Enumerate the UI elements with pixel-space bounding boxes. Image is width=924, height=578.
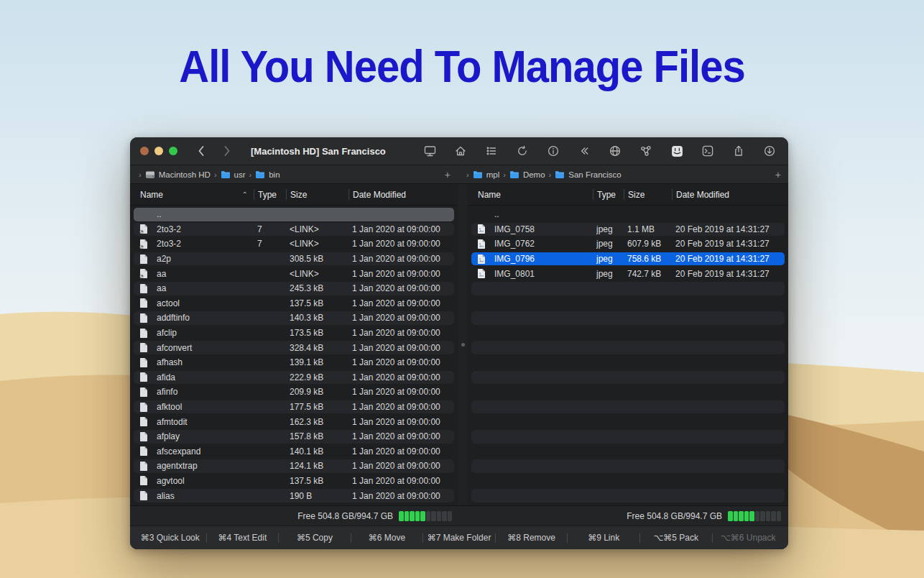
file-row[interactable]: aa<LINK>1 Jan 2020 at 09:00:00: [134, 267, 454, 280]
file-row[interactable]: a2p308.5 kB1 Jan 2020 at 09:00:00: [134, 252, 454, 266]
file-row[interactable]: actool137.5 kB1 Jan 2020 at 09:00:00: [134, 297, 454, 311]
refresh-icon[interactable]: [515, 144, 530, 158]
empty-row[interactable]: [471, 297, 785, 311]
file-row[interactable]: agentxtrap124.1 kB1 Jan 2020 at 09:00:00: [134, 459, 454, 473]
move-button[interactable]: ⌘6 Move: [351, 533, 423, 543]
remove-button[interactable]: ⌘8 Remove: [496, 533, 568, 543]
column-header-type[interactable]: Type: [254, 184, 286, 205]
cell-name: 2to3-2: [157, 239, 257, 249]
cell-date: 1 Jan 2020 at 09:00:00: [352, 476, 448, 486]
empty-row[interactable]: [471, 445, 785, 459]
quick-look-button[interactable]: ⌘3 Quick Look: [134, 533, 206, 543]
collapse-left-icon[interactable]: [577, 144, 591, 158]
make-folder-button[interactable]: ⌘7 Make Folder: [423, 533, 495, 543]
display-icon[interactable]: [422, 144, 437, 158]
link-button[interactable]: ⌘9 Link: [568, 533, 639, 543]
add-tab-button[interactable]: +: [775, 170, 781, 180]
file-row[interactable]: 2to3-27<LINK>1 Jan 2020 at 09:00:00: [134, 237, 454, 251]
breadcrumb-item[interactable]: Demo: [509, 170, 545, 179]
network-icon[interactable]: [639, 144, 653, 158]
empty-row[interactable]: [471, 311, 785, 325]
info-icon[interactable]: [546, 144, 560, 158]
download-icon[interactable]: [762, 144, 777, 158]
file-row[interactable]: afhash139.1 kB1 Jan 2020 at 09:00:00: [134, 356, 454, 370]
column-header-name[interactable]: Name ⌃: [139, 184, 254, 205]
file-row[interactable]: alias190 B1 Jan 2020 at 09:00:00: [134, 489, 454, 503]
cell-size: 328.4 kB: [290, 343, 352, 353]
file-row[interactable]: afktool177.5 kB1 Jan 2020 at 09:00:00: [134, 400, 454, 414]
file-row[interactable]: agvtool137.5 kB1 Jan 2020 at 09:00:00: [134, 474, 454, 488]
empty-row[interactable]: [471, 430, 785, 444]
empty-row[interactable]: [471, 400, 785, 414]
status-left: Free 504.8 GB/994.7 GB: [130, 511, 458, 521]
list-icon[interactable]: [484, 144, 499, 158]
globe-icon[interactable]: [608, 144, 622, 158]
file-row[interactable]: aa245.3 kB1 Jan 2020 at 09:00:00: [134, 282, 454, 295]
cell-type: jpeg: [596, 269, 627, 279]
copy-button[interactable]: ⌘5 Copy: [279, 533, 351, 543]
file-row[interactable]: IMG_0758jpeg1.1 MB20 Feb 2019 at 14:31:2…: [471, 223, 785, 237]
breadcrumb-chevron-icon[interactable]: ›: [466, 170, 469, 179]
file-row[interactable]: IMG_0801jpeg742.7 kB20 Feb 2019 at 14:31…: [471, 267, 785, 280]
empty-row[interactable]: [471, 282, 785, 295]
empty-row[interactable]: [471, 474, 785, 488]
parent-directory-row[interactable]: ..: [134, 208, 454, 221]
cell-date: 1 Jan 2020 at 09:00:00: [352, 343, 448, 353]
breadcrumb-item[interactable]: bin: [255, 170, 279, 179]
breadcrumb-item[interactable]: mpl: [473, 170, 500, 179]
column-header-date[interactable]: Date Modified: [348, 184, 448, 205]
file-row[interactable]: IMG_0796jpeg758.6 kB20 Feb 2019 at 14:31…: [471, 252, 785, 266]
share-icon[interactable]: [731, 144, 746, 158]
empty-row[interactable]: [471, 341, 785, 354]
close-button[interactable]: [140, 147, 149, 155]
zoom-button[interactable]: [169, 147, 177, 155]
home-icon[interactable]: [453, 144, 468, 158]
file-row[interactable]: addftinfo140.3 kB1 Jan 2020 at 09:00:00: [134, 311, 454, 325]
finder-icon[interactable]: [670, 144, 684, 158]
breadcrumb-chevron-icon[interactable]: ›: [139, 170, 142, 179]
column-header-type[interactable]: Type: [593, 184, 624, 205]
file-row[interactable]: afplay157.8 kB1 Jan 2020 at 09:00:00: [134, 430, 454, 444]
breadcrumb-separator: ›: [503, 170, 506, 179]
column-header-name[interactable]: Name: [477, 184, 593, 205]
file-icon: [139, 475, 157, 486]
column-header-date[interactable]: Date Modified: [672, 184, 779, 205]
disk-usage-segment: [734, 511, 739, 521]
file-row[interactable]: IMG_0762jpeg607.9 kB20 Feb 2019 at 14:31…: [471, 237, 785, 251]
empty-row[interactable]: [471, 385, 785, 399]
file-link-icon: [139, 268, 157, 279]
file-row[interactable]: 2to3-27<LINK>1 Jan 2020 at 09:00:00: [134, 223, 454, 237]
empty-row[interactable]: [471, 326, 785, 340]
empty-row[interactable]: [471, 356, 785, 370]
pack-button[interactable]: ⌥⌘5 Pack: [640, 533, 712, 543]
disk-usage-segment: [437, 511, 442, 521]
parent-directory-row[interactable]: ..: [471, 208, 785, 221]
file-row[interactable]: afida222.9 kB1 Jan 2020 at 09:00:00: [134, 371, 454, 385]
breadcrumb-item[interactable]: Macintosh HD: [145, 170, 211, 179]
empty-row[interactable]: [471, 415, 785, 428]
minimize-button[interactable]: [154, 147, 163, 155]
text-edit-button[interactable]: ⌘4 Text Edit: [207, 533, 279, 543]
breadcrumb-item[interactable]: usr: [221, 170, 246, 179]
back-button[interactable]: [198, 145, 205, 157]
file-row[interactable]: afmtodit162.3 kB1 Jan 2020 at 09:00:00: [134, 415, 454, 428]
forward-button[interactable]: [223, 145, 231, 157]
pane-divider[interactable]: [458, 184, 468, 505]
file-row[interactable]: afconvert328.4 kB1 Jan 2020 at 09:00:00: [134, 341, 454, 354]
file-manager-window: [Macintosh HD] San Francisco ›Macintosh …: [130, 137, 788, 549]
add-tab-button[interactable]: +: [445, 170, 451, 180]
column-header-size[interactable]: Size: [624, 184, 672, 205]
file-row[interactable]: afinfo209.9 kB1 Jan 2020 at 09:00:00: [134, 385, 454, 399]
empty-row[interactable]: [471, 489, 785, 503]
column-header-size[interactable]: Size: [286, 184, 348, 205]
empty-row[interactable]: [471, 371, 785, 385]
file-row[interactable]: afclip173.5 kB1 Jan 2020 at 09:00:00: [134, 326, 454, 340]
breadcrumb-item[interactable]: San Francisco: [555, 170, 622, 179]
terminal-icon[interactable]: [701, 144, 715, 158]
empty-row[interactable]: [471, 459, 785, 473]
cell-date: 1 Jan 2020 at 09:00:00: [352, 387, 448, 397]
cell-date: 20 Feb 2019 at 14:31:27: [675, 239, 779, 249]
unpack-button[interactable]: ⌥⌘6 Unpack: [713, 533, 785, 543]
file-row[interactable]: afscexpand140.1 kB1 Jan 2020 at 09:00:00: [134, 445, 454, 459]
disk-usage-bar: [728, 511, 781, 521]
